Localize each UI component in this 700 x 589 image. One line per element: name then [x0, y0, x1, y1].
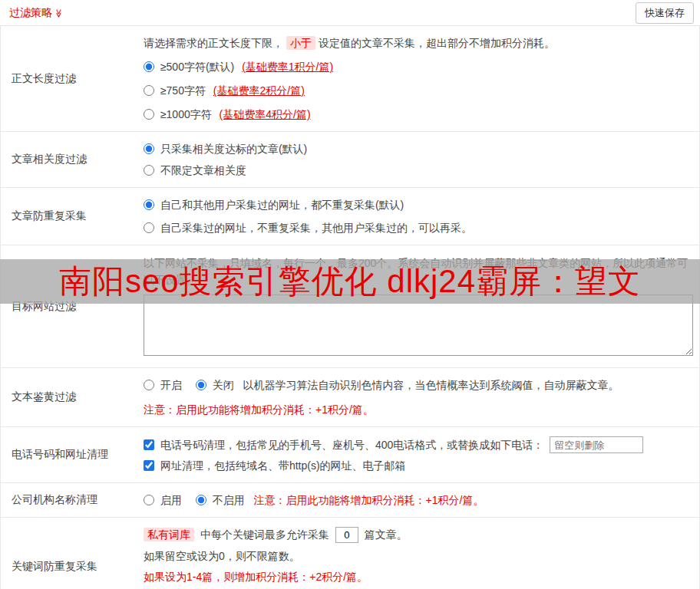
porn-filter-on-radio[interactable] [144, 380, 154, 390]
porn-filter-warning: 注意：启用此功能将增加积分消耗：+1积分/篇。 [144, 402, 693, 417]
row-label-article-dedup: 文章防重复采集 [1, 188, 137, 245]
length-option-500-radio[interactable] [144, 61, 154, 72]
company-clean-disable-option[interactable]: 不启用 [196, 494, 248, 506]
length-option-500[interactable]: ≥500字符(默认) (基础费率1积分/篇) [144, 59, 693, 74]
phone-clean-option[interactable]: 电话号码清理，包括常见的手机号、座机号、400电话格式，或替换成如下电话： [144, 439, 546, 451]
company-clean-disable-radio[interactable] [196, 495, 206, 505]
url-clean-option[interactable]: 网址清理，包括纯域名、带http(s)的网址、电子邮箱 [144, 459, 406, 472]
relevance-option-strict[interactable]: 只采集相关度达标的文章(默认) [144, 141, 693, 156]
length-option-500-fee-note: (基础费率1积分/篇) [242, 61, 333, 73]
row-article-dedup: 文章防重复采集 自己和其他用户采集过的网址，都不重复采集(默认) 自己采集过的网… [1, 188, 699, 245]
row-label-target-site: 目标网站过滤 [1, 245, 137, 367]
company-clean-warning: 注意：启用此功能将增加积分消耗：+1积分/篇。 [254, 494, 484, 506]
page-title[interactable]: 过滤策略≫ [9, 6, 64, 20]
quick-save-button[interactable]: 快速保存 [636, 2, 694, 24]
relevance-option-any[interactable]: 不限定文章相关度 [144, 163, 693, 178]
dedup-option-self-only-radio[interactable] [144, 222, 154, 233]
dedup-option-self-only[interactable]: 自己采集过的网址，不重复采集，其他用户采集过的，可以再采。 [144, 220, 693, 235]
length-option-750[interactable]: ≥750字符 (基础费率2积分/篇) [144, 83, 693, 98]
row-target-site-filter: 目标网站过滤 以下网站不采集，只填域名，每行一个，最多200个。系统会自动识别并… [1, 245, 699, 368]
collapse-chevrons-icon: ≫ [54, 8, 64, 18]
row-label-phone-url-clean: 电话号码和网址清理 [1, 427, 137, 482]
porn-filter-description: 以机器学习算法自动识别色情内容，当色情概率达到系统阈值，自动屏蔽文章。 [243, 379, 619, 391]
length-option-750-fee-note: (基础费率2积分/篇) [213, 84, 305, 97]
keyword-dedup-note-empty: 如果留空或设为0，则不限篇数。 [144, 548, 693, 564]
target-site-intro: 以下网站不采集，只填域名，每行一个，最多200个。系统会自动识别并屏蔽那些非文章… [144, 255, 693, 288]
dedup-option-global[interactable]: 自己和其他用户采集过的网址，都不重复采集(默认) [144, 197, 693, 212]
less-than-highlight: 小于 [286, 36, 315, 50]
length-option-750-radio[interactable] [144, 85, 154, 96]
phone-clean-checkbox[interactable] [144, 439, 154, 450]
max-articles-count-input[interactable] [335, 527, 358, 543]
row-label-relevance: 文章相关度过滤 [1, 132, 137, 187]
porn-filter-off-radio[interactable] [196, 380, 206, 390]
page-title-text: 过滤策略 [9, 6, 52, 18]
relevance-option-any-radio[interactable] [144, 165, 154, 176]
company-clean-enable-radio[interactable] [144, 495, 154, 505]
row-company-name-clean: 公司机构名称清理 启用 不启用 注意：启用此功能将增加积分消耗：+1积分/篇。 [1, 483, 699, 518]
filter-settings-form: 正文长度过滤 请选择需求的正文长度下限，小于设定值的文章不采集，超出部分不增加积… [0, 26, 700, 589]
row-label-company-clean: 公司机构名称清理 [1, 483, 137, 517]
row-phone-url-clean: 电话号码和网址清理 电话号码清理，包括常见的手机号、座机号、400电话格式，或替… [1, 427, 699, 483]
row-label-body-length: 正文长度过滤 [1, 26, 137, 131]
header-bar: 过滤策略≫ 快速保存 [0, 0, 700, 26]
length-option-1000-radio[interactable] [144, 109, 154, 120]
row-label-porn-filter: 文本鉴黄过滤 [1, 368, 137, 426]
private-lexicon-highlight: 私有词库 [144, 528, 194, 541]
row-keyword-dedup: 关键词防重复采集 私有词库 中每个关键词最多允许采集 篇文章。 如果留空或设为0… [1, 518, 699, 589]
url-clean-checkbox[interactable] [144, 460, 154, 471]
keyword-dedup-note-cost: 如果设为1-4篇，则增加积分消耗：+2积分/篇。 [144, 569, 693, 584]
blocked-domains-textarea[interactable] [144, 294, 693, 356]
relevance-option-strict-radio[interactable] [144, 143, 154, 154]
row-porn-filter: 文本鉴黄过滤 开启 关闭 以机器学习算法自动识别色情内容，当色情概率达到系统阈值… [1, 368, 699, 427]
replacement-phone-input[interactable] [550, 436, 643, 453]
length-option-1000-fee-note: (基础费率4积分/篇) [220, 108, 311, 120]
body-length-intro: 请选择需求的正文长度下限，小于设定值的文章不采集，超出部分不增加积分消耗。 [144, 35, 693, 51]
row-label-keyword-dedup: 关键词防重复采集 [1, 518, 137, 589]
porn-filter-off-option[interactable]: 关闭 [196, 379, 237, 391]
company-clean-enable-option[interactable]: 启用 [144, 494, 185, 506]
row-body-length-filter: 正文长度过滤 请选择需求的正文长度下限，小于设定值的文章不采集，超出部分不增加积… [1, 26, 699, 132]
dedup-option-global-radio[interactable] [144, 199, 154, 210]
porn-filter-on-option[interactable]: 开启 [144, 379, 185, 391]
length-option-1000[interactable]: ≥1000字符 (基础费率4积分/篇) [144, 107, 693, 122]
row-relevance-filter: 文章相关度过滤 只采集相关度达标的文章(默认) 不限定文章相关度 [1, 132, 699, 188]
